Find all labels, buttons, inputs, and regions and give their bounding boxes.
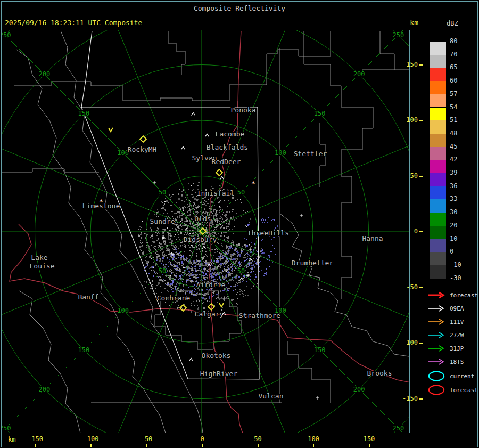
legend-ellipse-row: forecast: [427, 384, 478, 396]
31JP-arrow-icon: [427, 344, 447, 353]
range-ring-label: 50: [159, 267, 166, 275]
dbz-scale-label: -10: [450, 261, 461, 268]
city-label: Vulcan: [259, 392, 284, 400]
legend-arrow-row: 18TS: [427, 357, 464, 366]
right-axis-tick: [419, 287, 423, 288]
bottom-axis-tick-label: -150: [27, 435, 45, 443]
dbz-color-block: [430, 94, 446, 108]
right-axis-tick-label: 0: [414, 227, 418, 235]
boundary-line: [168, 31, 185, 75]
range-ring-label: 150: [78, 346, 89, 354]
city-label: Strathmore: [239, 312, 280, 320]
right-axis-tick-label: -50: [406, 283, 418, 291]
dbz-scale-label: 30: [450, 208, 457, 216]
dbz-color-block: [430, 160, 446, 173]
range-ring-label: 150: [314, 110, 326, 117]
city-label: Hanna: [362, 234, 383, 242]
dbz-color-block: [430, 81, 446, 94]
city-label: Cochrane: [157, 294, 191, 302]
current-ellipse-icon: [427, 370, 447, 382]
dbz-color-block: [430, 239, 446, 252]
right-distance-axis: 150100500-50-100-150: [409, 30, 423, 433]
city-label: ThreeHills: [247, 229, 289, 237]
radar-site-diamond-icon: [216, 169, 222, 176]
right-axis-tick: [419, 343, 423, 344]
city-label: Calgary: [195, 310, 224, 318]
dbz-scale-label: 33: [450, 195, 457, 202]
caret-marker-icon: [205, 134, 209, 137]
city-label: Sundre: [150, 217, 175, 225]
bottom-axis-tick-label: 150: [360, 435, 378, 443]
range-ring-label: 250: [393, 425, 404, 432]
right-axis-tick: [419, 398, 423, 400]
boundary-line: [304, 31, 373, 230]
right-axis-tick-label: 100: [406, 116, 418, 124]
dbz-color-block: [430, 55, 446, 68]
range-ring-label: 200: [353, 386, 365, 393]
caret-marker-icon: [181, 147, 185, 150]
range-ring-label: 200: [39, 386, 51, 393]
legend-arrow-row: 111V: [427, 317, 464, 327]
range-ring-label: 250: [393, 31, 404, 39]
right-axis-tick-label: -100: [402, 339, 418, 346]
caret-marker-icon: [220, 177, 224, 180]
range-ring-label: 50: [237, 189, 245, 196]
right-axis-tick: [419, 120, 423, 121]
dbz-color-block: [430, 186, 446, 200]
forecast-ellipse-icon: [427, 384, 447, 396]
city-label: Okotoks: [202, 352, 231, 360]
dbz-color-block: [430, 213, 446, 226]
city-label: Innisfail: [197, 189, 234, 197]
dbz-color-block: [430, 226, 446, 239]
caret-marker-icon: [192, 113, 195, 116]
dbz-color-block: [430, 134, 446, 147]
dbz-scale-label: -30: [450, 274, 461, 282]
colour-scale-legend: dBZ 807065605754514845423936333020100-10…: [423, 15, 478, 447]
dbz-color-block: [430, 199, 446, 213]
product-info-bar: 2025/09/16 18:23:11 UTC Composite km: [1, 15, 423, 30]
dbz-scale-label: 51: [450, 116, 457, 124]
city-label: HighRiver: [200, 370, 238, 378]
city-label: Drumheller: [292, 259, 333, 267]
bottom-axis-tick: [258, 444, 259, 447]
bottom-axis-tick: [35, 444, 36, 447]
range-ring-label: 200: [39, 70, 51, 78]
city-label: Brooks: [367, 369, 392, 377]
111V-arrow-icon: [427, 317, 447, 326]
dbz-color-block: [430, 120, 446, 134]
bottom-axis-tick: [313, 444, 314, 447]
range-ring-label: 250: [2, 425, 11, 432]
bottom-axis-tick: [202, 444, 203, 447]
dbz-color-block: [430, 147, 446, 160]
caret-marker-icon: [189, 359, 193, 361]
bottom-axis-tick-label: 100: [304, 435, 323, 443]
city-label: Olds: [194, 215, 211, 223]
right-axis-tick-label: 150: [406, 61, 418, 68]
dbz-scale-label: 70: [450, 51, 457, 58]
boundary-line: [2, 169, 99, 172]
dbz-scale-label: 54: [450, 103, 457, 111]
city-label: Lake: [31, 254, 47, 262]
asterisk-marker-icon: *: [251, 180, 255, 188]
legend-ellipse-label: current: [450, 373, 474, 380]
bottom-axis-tick: [146, 444, 147, 447]
boundary-line: [19, 291, 80, 433]
right-axis-tick: [419, 231, 423, 232]
right-axis-tick-label: 50: [410, 172, 418, 180]
bottom-axis-tick-label: 0: [193, 435, 211, 443]
legend-arrow-row: 09EA: [427, 304, 464, 313]
radial-line: [2, 232, 202, 354]
range-ring-label: 50: [159, 189, 166, 196]
asterisk-marker-icon: *: [99, 198, 103, 206]
dbz-scale-label: 60: [450, 77, 457, 84]
radar-map-canvas[interactable]: 5050505010010010010015015015015020020020…: [1, 30, 410, 433]
right-axis-tick-label: -150: [402, 395, 418, 402]
window-title: Composite_Reflectivity: [194, 4, 285, 12]
dbz-scale-label: 80: [450, 37, 457, 45]
boundary-line: [341, 230, 352, 299]
dbz-color-block: [430, 42, 446, 55]
range-ring-label: 150: [78, 110, 89, 117]
dbz-scale-label: 48: [450, 129, 457, 137]
range-ring-label: 100: [275, 149, 286, 157]
dbz-scale-label: 65: [450, 63, 457, 71]
